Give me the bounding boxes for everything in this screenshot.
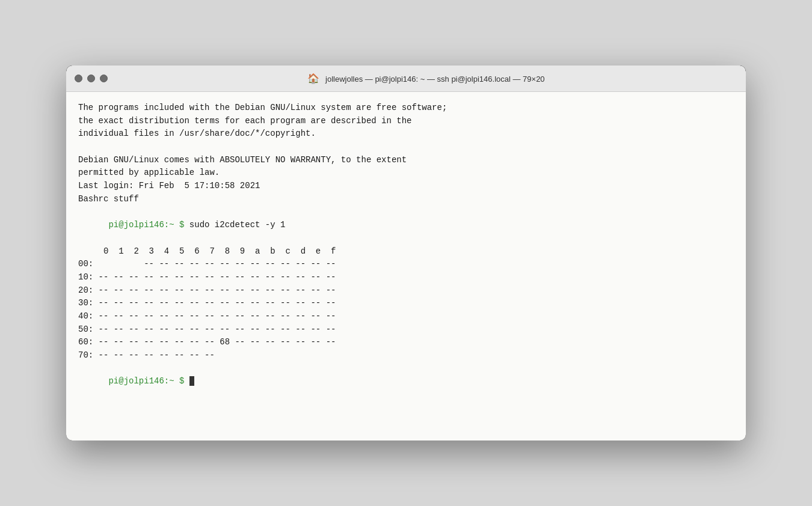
- line-1: The programs included with the Debian GN…: [78, 102, 734, 115]
- minimize-button[interactable]: [87, 75, 95, 82]
- line-10: 10: -- -- -- -- -- -- -- -- -- -- -- -- …: [78, 271, 734, 284]
- line-command: pi@jolpi146:~ $ sudo i2cdetect -y 1: [78, 206, 734, 245]
- line-7: Bashrc stuff: [78, 193, 734, 206]
- line-20: 20: -- -- -- -- -- -- -- -- -- -- -- -- …: [78, 284, 734, 297]
- maximize-button[interactable]: [100, 75, 108, 82]
- titlebar: 🏠 jollewjolles — pi@jolpi146: ~ — ssh pi…: [66, 66, 746, 92]
- empty-line-1: [78, 141, 734, 154]
- command-1: sudo i2cdetect -y 1: [189, 220, 286, 230]
- line-00: 00: -- -- -- -- -- -- -- -- -- -- -- -- …: [78, 258, 734, 271]
- line-header: 0 1 2 3 4 5 6 7 8 9 a b c d e f: [78, 245, 734, 258]
- traffic-lights: [75, 75, 108, 82]
- close-button[interactable]: [75, 75, 82, 82]
- line-70: 70: -- -- -- -- -- -- -- --: [78, 349, 734, 362]
- line-4: Debian GNU/Linux comes with ABSOLUTELY N…: [78, 154, 734, 167]
- prompt-1: pi@jolpi146:~ $: [108, 220, 189, 230]
- line-40: 40: -- -- -- -- -- -- -- -- -- -- -- -- …: [78, 310, 734, 323]
- line-50: 50: -- -- -- -- -- -- -- -- -- -- -- -- …: [78, 323, 734, 337]
- terminal-window: 🏠 jollewjolles — pi@jolpi146: ~ — ssh pi…: [66, 66, 746, 440]
- line-3: individual files in /usr/share/doc/*/cop…: [78, 127, 734, 141]
- line-5: permitted by applicable law.: [78, 166, 734, 180]
- line-60: 60: -- -- -- -- -- -- -- -- 68 -- -- -- …: [78, 336, 734, 349]
- line-prompt-final: pi@jolpi146:~ $: [78, 362, 734, 401]
- cursor: [189, 376, 194, 386]
- window-title: 🏠 jollewjolles — pi@jolpi146: ~ — ssh pi…: [115, 73, 737, 84]
- line-2: the exact distribution terms for each pr…: [78, 115, 734, 128]
- prompt-2: pi@jolpi146:~ $: [108, 376, 189, 386]
- home-icon: 🏠: [307, 73, 319, 84]
- line-30: 30: -- -- -- -- -- -- -- -- -- -- -- -- …: [78, 297, 734, 310]
- line-6: Last login: Fri Feb 5 17:10:58 2021: [78, 180, 734, 193]
- terminal-body[interactable]: The programs included with the Debian GN…: [66, 92, 746, 440]
